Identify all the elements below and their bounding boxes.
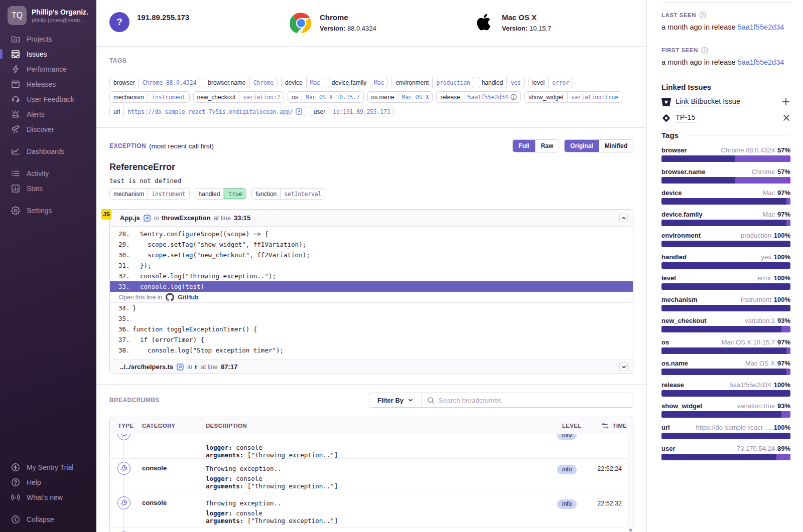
tag-name: release bbox=[661, 382, 684, 389]
frame-filename: App.js bbox=[120, 214, 140, 222]
tag-distribution[interactable]: browser Chrome 88.0.4324 57% bbox=[661, 147, 790, 162]
open-in-github-row[interactable]: Open this line in GitHub bbox=[110, 292, 633, 303]
release-link[interactable]: 5aa1f55e2d34 bbox=[738, 23, 784, 31]
tag-pill-environment[interactable]: environmentproduction bbox=[391, 77, 474, 88]
sidebar-item-label: Dashboards bbox=[27, 147, 65, 155]
tag-pill-show-widget[interactable]: show_widgetvariation:true bbox=[524, 91, 622, 103]
tag-distribution[interactable]: show_widget variation:true 93% bbox=[661, 403, 790, 418]
tag-name: new_checkout bbox=[661, 317, 707, 324]
tag-bar bbox=[661, 220, 790, 226]
search-input[interactable] bbox=[439, 397, 628, 404]
bitbucket-icon bbox=[661, 97, 671, 107]
open-file-external-icon[interactable] bbox=[144, 215, 151, 223]
sidebar-item-my-sentry-trial[interactable]: My Sentry Trial bbox=[0, 460, 96, 475]
last-seen-value: a month ago in release 5aa1f55e2d34 bbox=[661, 23, 790, 31]
tag-distribution[interactable]: user 73.170.54.24 89% bbox=[661, 445, 790, 460]
tag-pill-os-name[interactable]: os.nameMac OS X bbox=[367, 91, 433, 103]
tag-pill-new-checkout[interactable]: new_checkoutvariation:2 bbox=[193, 91, 285, 103]
sidebar-item-help[interactable]: Help bbox=[0, 475, 96, 490]
original-button[interactable]: Original bbox=[565, 140, 598, 152]
breadcrumbs-search[interactable] bbox=[422, 393, 633, 408]
sidebar-item-performance[interactable]: Performance bbox=[0, 62, 96, 77]
tag-distribution[interactable]: os.name Mac OS X 97% bbox=[661, 360, 790, 375]
minified-button[interactable]: Minified bbox=[599, 140, 633, 152]
tag-distribution[interactable]: os Mac OS X 10.15.7 97% bbox=[661, 339, 790, 354]
sidebar-item-dashboards[interactable]: Dashboards bbox=[0, 144, 96, 159]
raw-button[interactable]: Raw bbox=[535, 140, 559, 152]
sidebar-item-activity[interactable]: Activity bbox=[0, 166, 96, 181]
tag-pill-release[interactable]: release5aa1f55e2d34 bbox=[436, 91, 521, 103]
annotation-function: functionsetInterval bbox=[251, 188, 325, 200]
alerts-icon bbox=[11, 110, 20, 119]
scrollbar-thumb[interactable] bbox=[629, 528, 632, 531]
sidebar-item-label: Stats bbox=[27, 185, 43, 193]
tag-bar bbox=[661, 433, 790, 439]
tag-distribution[interactable]: new_checkout variation:2 93% bbox=[661, 317, 790, 332]
sidebar-item-collapse[interactable]: Collapse bbox=[0, 512, 96, 527]
stats-icon bbox=[11, 184, 20, 194]
sidebar-item-stats[interactable]: Stats bbox=[0, 181, 96, 196]
stack-view-toggle: Full Raw bbox=[512, 139, 559, 152]
tag-bar bbox=[661, 305, 790, 311]
code-line: 34.} bbox=[110, 303, 633, 313]
frame-header[interactable]: App.js in throwException at line 33:15 bbox=[110, 210, 633, 227]
collapsed-frame-header[interactable]: ../../src/helpers.ts in r at line 87:17 bbox=[110, 360, 633, 374]
filter-by-button[interactable]: Filter By bbox=[369, 393, 422, 408]
release-link[interactable]: 5aa1f55e2d34 bbox=[738, 58, 784, 66]
linked-issues-heading: Linked Issues bbox=[661, 83, 790, 91]
tag-bar bbox=[661, 347, 790, 354]
tag-distribution[interactable]: environment production 100% bbox=[661, 232, 790, 247]
sidebar-item-releases[interactable]: Releases bbox=[0, 77, 96, 92]
breadcrumbs-scroll-viewport[interactable]: console Throwing exception.. logger: con… bbox=[110, 434, 628, 531]
open-file-external-icon[interactable] bbox=[177, 364, 184, 372]
tag-distribution[interactable]: handled yes 100% bbox=[661, 254, 790, 269]
tag-pill-level[interactable]: levelerror bbox=[528, 77, 573, 88]
tag-pill-browser[interactable]: browserChrome 88.0.4324 bbox=[109, 77, 200, 88]
tag-name: browser.name bbox=[661, 168, 705, 175]
tags-section-title: TAGS bbox=[109, 57, 633, 64]
full-button[interactable]: Full bbox=[513, 140, 534, 152]
column-time[interactable]: TIME bbox=[594, 423, 633, 429]
tag-bar bbox=[661, 177, 790, 184]
plus-icon bbox=[781, 97, 790, 106]
trial-icon bbox=[11, 463, 20, 472]
tag-distribution[interactable]: url https://do-sample-react-… 100% bbox=[661, 424, 790, 439]
expand-frame-button[interactable] bbox=[619, 363, 628, 371]
tag-distribution[interactable]: release 5aa1f55e2d34 100% bbox=[661, 382, 790, 397]
org-switcher[interactable]: TQ Phillip's Organiz… phillip.jones@sent… bbox=[0, 0, 96, 28]
sidebar-item-label: User Feedback bbox=[27, 95, 74, 103]
tag-pill-mechanism[interactable]: mechanisminstrument bbox=[109, 91, 190, 103]
tag-pill-os[interactable]: osMac OS X 10.15.7 bbox=[288, 91, 363, 103]
tag-pill-device[interactable]: deviceMac bbox=[281, 77, 324, 88]
collapse-frame-button[interactable] bbox=[619, 214, 628, 222]
tag-pill-url[interactable]: urlhttps://do-sample-react-7v5is.ondigit… bbox=[109, 106, 306, 117]
sidebar-item-user-feedback[interactable]: User Feedback bbox=[0, 92, 96, 107]
tag-name: device.family bbox=[661, 211, 703, 218]
tp-15-link[interactable]: TP-15 bbox=[676, 113, 696, 123]
tags-row-1: browserChrome 88.0.4324 browser.nameChro… bbox=[109, 77, 633, 88]
remove-linked-issue-button[interactable] bbox=[782, 114, 790, 122]
tag-distribution[interactable]: mechanism instrument 100% bbox=[661, 296, 790, 311]
sidebar-item-projects[interactable]: Projects bbox=[0, 32, 96, 47]
sidebar-item-issues[interactable]: Issues bbox=[0, 47, 96, 62]
sidebar-item-alerts[interactable]: Alerts bbox=[0, 107, 96, 122]
breadcrumbs-scrollbar[interactable] bbox=[628, 434, 633, 531]
tag-distribution[interactable]: device.family Mac 97% bbox=[661, 211, 790, 226]
code-line: 32. console.log("Throwing exception.."); bbox=[110, 271, 633, 281]
tag-pill-device-family[interactable]: device.familyMac bbox=[328, 77, 388, 88]
tag-distribution[interactable]: device Mac 97% bbox=[661, 190, 790, 205]
tag-distribution[interactable]: browser.name Chrome 57% bbox=[661, 168, 790, 184]
tag-pill-user[interactable]: userip:191.89.255.173 bbox=[310, 106, 394, 117]
tag-percentage: 93% bbox=[777, 403, 790, 410]
tag-distribution[interactable]: level error 100% bbox=[661, 275, 790, 290]
org-name: Phillip's Organiz… bbox=[32, 8, 89, 16]
tag-pill-handled[interactable]: handledyes bbox=[478, 77, 525, 88]
sidebar-item-whats-new[interactable]: What's new bbox=[0, 490, 96, 505]
sidebar-item-settings[interactable]: Settings bbox=[0, 203, 96, 218]
sidebar-item-discover[interactable]: Discover bbox=[0, 122, 96, 137]
tag-top-value: https://do-sample-react-… bbox=[696, 424, 771, 431]
link-bitbucket-issue-link[interactable]: Link Bitbucket Issue bbox=[676, 97, 740, 107]
tag-top-value: yes bbox=[761, 254, 771, 261]
tag-pill-browser-name[interactable]: browser.nameChrome bbox=[204, 77, 278, 88]
add-linked-issue-button[interactable] bbox=[781, 97, 790, 106]
